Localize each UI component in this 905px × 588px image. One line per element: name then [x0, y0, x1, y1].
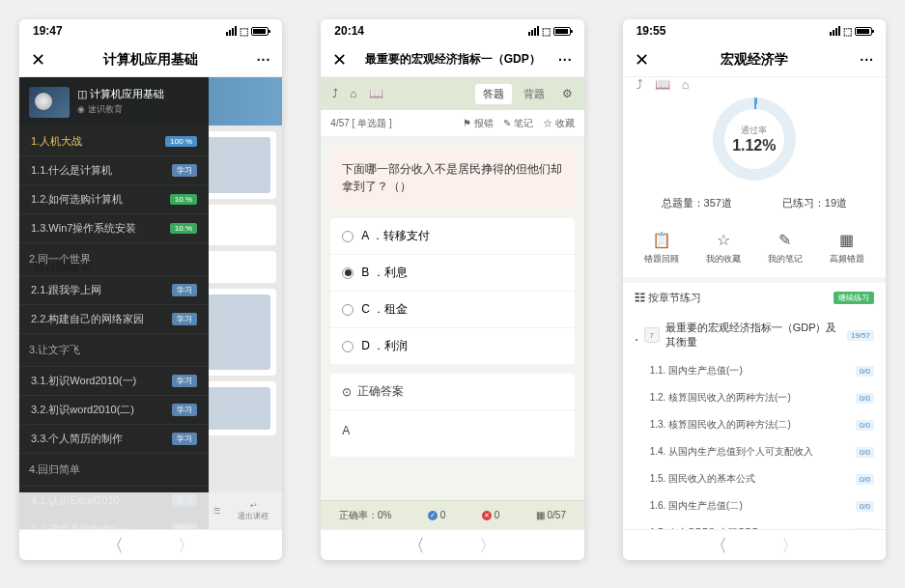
- radio-icon: [342, 231, 354, 242]
- notes-button[interactable]: ✎ 笔记: [503, 117, 533, 130]
- phone-2: 20:14 ⬚ ✕ 最重要的宏观经济指标一（GDP） ··· ⤴ ⌂ 📖 答题 …: [321, 19, 583, 560]
- action-icon: ☆: [714, 230, 733, 249]
- favorite-button[interactable]: ☆ 收藏: [543, 117, 575, 130]
- chapter-item[interactable]: 3.2.初识word2010(二)学习: [19, 396, 209, 425]
- item-label: 3.3.个人简历的制作: [31, 432, 123, 446]
- settings-icon[interactable]: ⚙: [562, 87, 573, 100]
- progress-badge: 10.%: [170, 223, 197, 234]
- footer-bar: ☰ ↩退出课程: [19, 492, 282, 529]
- close-icon[interactable]: ✕: [332, 49, 347, 70]
- back-icon[interactable]: 〈: [106, 534, 124, 557]
- top-toolbar: ⤴ 📖 ⌂: [623, 77, 886, 92]
- chapter-item[interactable]: 3.1.初识Word2010(一)学习: [19, 367, 209, 396]
- item-label: 1.1.什么是计算机: [31, 163, 112, 178]
- item-label: 3.2.初识word2010(二): [31, 403, 134, 417]
- more-icon[interactable]: ···: [558, 52, 573, 68]
- section-header: ☷ 按章节练习 继续练习: [623, 283, 886, 313]
- lesson-count: 0/0: [856, 366, 874, 377]
- lesson-count: 0/0: [856, 501, 874, 512]
- target-icon: ⊙: [342, 385, 352, 399]
- option-item[interactable]: C ．租金: [330, 292, 574, 328]
- option-text: C ．租金: [361, 301, 408, 318]
- back-icon[interactable]: 〈: [710, 534, 727, 557]
- lesson-item[interactable]: 1.4. 从国内生产总值到个人可支配收入0/0: [623, 438, 886, 465]
- lesson-label: 1.2. 核算国民收入的两种方法(一): [650, 391, 791, 405]
- section-header: 4.回归简单: [19, 454, 209, 487]
- book-icon[interactable]: 📖: [655, 77, 670, 92]
- close-icon[interactable]: ✕: [31, 49, 45, 70]
- forward-icon[interactable]: 〉: [178, 534, 195, 557]
- lesson-item[interactable]: 1.7. 名义GDP和实际GDP0/0: [623, 519, 886, 529]
- action-button[interactable]: ☆我的收藏: [706, 230, 741, 266]
- action-button[interactable]: ▦高频错题: [830, 230, 864, 266]
- option-item[interactable]: D ．利润: [330, 328, 574, 364]
- close-icon[interactable]: ✕: [635, 49, 649, 70]
- action-button[interactable]: ✎我的笔记: [768, 230, 803, 266]
- stats-bar: 正确率：0% ✓0 ✕0 ▦ 0/57: [321, 500, 583, 529]
- wifi-icon: ⬚: [843, 26, 852, 37]
- book-icon[interactable]: 📖: [369, 87, 383, 100]
- lesson-item[interactable]: 1.6. 国内生产总值(二)0/0: [623, 492, 886, 519]
- header: ✕ 宏观经济学 ···: [623, 42, 886, 77]
- share-icon[interactable]: ⤴: [636, 77, 643, 92]
- accuracy-stat: 正确率：0%: [339, 509, 391, 522]
- chapter-item[interactable]: 3.3.个人简历的制作学习: [19, 425, 209, 454]
- more-icon[interactable]: ···: [860, 52, 874, 68]
- option-text: B ．利息: [361, 265, 407, 281]
- item-label: 1.2.如何选购计算机: [31, 192, 123, 207]
- signal-icon: [830, 26, 840, 36]
- option-item[interactable]: A ．转移支付: [330, 218, 574, 255]
- answer-value: A: [330, 410, 574, 457]
- bottom-nav: 〈 〉: [321, 529, 583, 560]
- org-icon: ◉: [77, 104, 88, 114]
- page-title: 计算机应用基础: [103, 51, 198, 69]
- back-icon[interactable]: 〈: [408, 534, 425, 557]
- continue-button[interactable]: 继续练习: [834, 292, 874, 304]
- menu-button[interactable]: ☰: [213, 507, 220, 516]
- chapter-item[interactable]: 2.2.构建自己的网络家园学习: [19, 305, 209, 334]
- chapter-count: 19/57: [847, 330, 874, 341]
- forward-icon[interactable]: 〉: [781, 534, 799, 557]
- home-icon[interactable]: ⌂: [682, 77, 690, 92]
- share-icon[interactable]: ⤴: [332, 87, 338, 100]
- lesson-item[interactable]: 1.1. 国内生产总值(一)0/0: [623, 357, 886, 384]
- clock: 19:55: [636, 24, 666, 38]
- chapter-item[interactable]: 1.1.什么是计算机学习: [19, 156, 209, 185]
- action-button[interactable]: 📋错题回顾: [644, 230, 679, 266]
- lesson-item[interactable]: 1.5. 国民收入的基本公式0/0: [623, 465, 886, 492]
- status-icons: ⬚: [528, 26, 571, 37]
- item-label: 4.回归简单: [29, 462, 80, 477]
- chapter-item[interactable]: 1.人机大战100 %: [19, 127, 209, 156]
- course-thumbnail: [29, 87, 70, 118]
- action-label: 我的收藏: [706, 253, 741, 266]
- chapter-item[interactable]: 1.2.如何选购计算机10.%: [19, 185, 209, 214]
- lesson-item[interactable]: 1.2. 核算国民收入的两种方法(一)0/0: [623, 384, 886, 411]
- correct-stat: ✓0: [428, 510, 446, 520]
- chapter-sidebar[interactable]: ◫ 计算机应用基础 ◉ 速识教育 1.人机大战100 %1.1.什么是计算机学习…: [19, 77, 209, 529]
- option-item[interactable]: B ．利息: [330, 255, 574, 292]
- status-bar: 20:14 ⬚: [321, 19, 583, 42]
- report-button[interactable]: ⚑ 报错: [463, 117, 494, 130]
- practiced-stat: 已练习：19道: [782, 196, 847, 210]
- more-icon[interactable]: ···: [257, 52, 271, 68]
- forward-icon[interactable]: 〉: [479, 534, 496, 557]
- tab-answer[interactable]: 答题: [475, 84, 512, 104]
- bottom-nav: 〈 〉: [623, 529, 886, 560]
- book-icon: ◫: [77, 88, 90, 99]
- option-text: D ．利润: [361, 338, 408, 354]
- lesson-item[interactable]: 1.3. 核算国民收入的两种方法(二)0/0: [623, 411, 886, 438]
- tab-review[interactable]: 背题: [516, 84, 552, 104]
- sheet-button[interactable]: ▦ 0/57: [536, 510, 566, 520]
- home-icon[interactable]: ⌂: [350, 87, 356, 100]
- battery-icon: [553, 27, 571, 36]
- check-icon: ✓: [428, 511, 438, 520]
- lesson-label: 1.4. 从国内生产总值到个人可支配收入: [650, 445, 813, 459]
- chapter-item[interactable]: 2.1.跟我学上网学习: [19, 276, 209, 305]
- chapter-row[interactable]: ˬ 7 最重要的宏观经济指标一（GDP）及其衡量 19/57: [623, 313, 886, 357]
- chapter-item[interactable]: 1.3.Win7操作系统安装10.%: [19, 214, 209, 243]
- question-text: 下面哪一部分收入不是居民挣得的但他们却拿到了？（）: [330, 147, 574, 209]
- page-title: 宏观经济学: [721, 51, 788, 69]
- radio-icon: [342, 267, 354, 279]
- exit-button[interactable]: ↩退出课程: [238, 501, 269, 521]
- header: ✕ 最重要的宏观经济指标一（GDP） ···: [321, 42, 583, 77]
